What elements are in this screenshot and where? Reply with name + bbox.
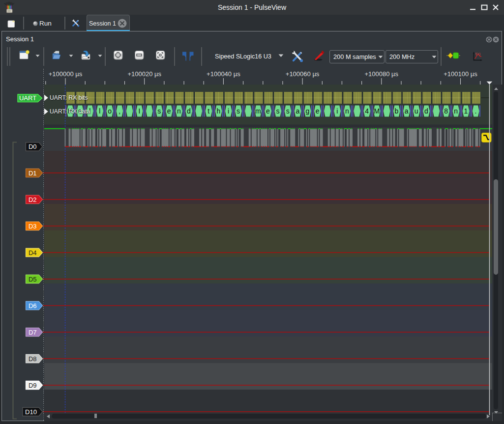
svg-text:+100020 µs: +100020 µs (127, 70, 161, 78)
svg-text:n: n (177, 107, 181, 115)
svg-text:1: 1 (464, 107, 468, 115)
svg-text:D5: D5 (29, 276, 37, 283)
svg-text:a: a (296, 107, 299, 115)
svg-text:n: n (454, 107, 458, 115)
svg-text:D1: D1 (29, 170, 37, 177)
svg-text:D7: D7 (29, 329, 37, 336)
svg-text:D0: D0 (29, 143, 37, 150)
svg-text:d: d (187, 107, 191, 115)
svg-text:m: m (255, 107, 261, 115)
svg-text:t: t (208, 107, 209, 115)
svg-text:+100100 µs: +100100 µs (444, 70, 477, 78)
svg-text:g: g (306, 107, 310, 115)
svg-text:UART: RX data: UART: RX data (50, 108, 90, 115)
svg-text:n: n (345, 107, 349, 115)
svg-text:s: s (286, 107, 290, 115)
svg-text:M: M (374, 107, 380, 115)
svg-text:D8: D8 (29, 355, 37, 363)
svg-text:+100080 µs: +100080 µs (365, 70, 399, 78)
svg-text:e: e (266, 107, 270, 115)
svg-text:+100040 µs: +100040 µs (207, 70, 240, 78)
svg-text:,: , (119, 107, 120, 115)
svg-text:s: s (157, 107, 161, 115)
svg-text:.: . (475, 107, 477, 115)
svg-text:o: o (108, 107, 112, 115)
svg-text:h: h (216, 107, 220, 115)
svg-text:u: u (415, 107, 418, 115)
svg-text:UART: RX bits: UART: RX bits (50, 94, 88, 101)
svg-text:f(x): f(x) (475, 52, 481, 56)
svg-text:s: s (276, 107, 280, 115)
svg-text:D4: D4 (29, 249, 37, 256)
svg-text:UART: UART (19, 94, 36, 102)
svg-text:D10: D10 (25, 408, 37, 416)
svg-text:l: l (99, 107, 100, 115)
svg-text:+100000 µs: +100000 µs (49, 70, 83, 78)
svg-text:+100060 µs: +100060 µs (286, 70, 320, 78)
svg-text:D9: D9 (29, 382, 37, 389)
svg-text:i: i (336, 107, 338, 115)
svg-text:D2: D2 (29, 196, 37, 203)
svg-text:8: 8 (444, 107, 448, 115)
svg-text:4: 4 (365, 107, 369, 115)
svg-text:e: e (167, 107, 171, 115)
svg-text:I: I (138, 107, 140, 115)
svg-text:D3: D3 (29, 223, 37, 230)
svg-text:b: b (395, 107, 399, 115)
svg-text:i: i (228, 107, 229, 115)
svg-text:e: e (316, 107, 320, 115)
svg-text:d: d (424, 107, 428, 115)
svg-text:s: s (237, 107, 240, 115)
svg-text:a: a (405, 107, 409, 115)
svg-text:D6: D6 (29, 302, 37, 310)
